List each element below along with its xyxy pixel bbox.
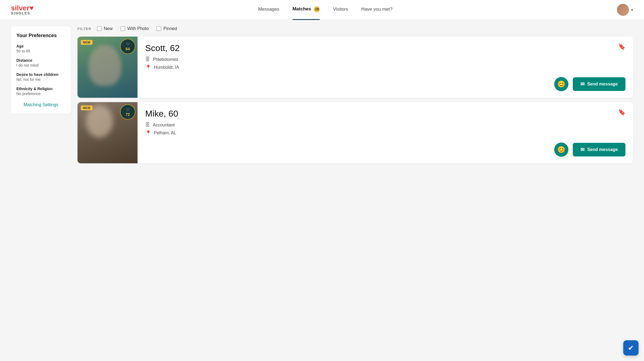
briefcase-icon-2: 🗄 xyxy=(145,122,150,128)
send-message-button-1[interactable]: ✉ Send message xyxy=(573,77,625,91)
main-content: FILTER New With Photo Pinned xyxy=(77,26,633,354)
nav-matches-label: Matches xyxy=(293,6,311,11)
main-nav: Messages Matches 29 Visitors Have you me… xyxy=(258,6,392,13)
pin-icon-2: 📍 xyxy=(145,130,151,136)
match-info-1: Scott, 62 🗄 Phlebotomist 📍 Humboldt, IA … xyxy=(138,37,633,98)
mail-icon-1: ✉ xyxy=(580,81,585,87)
avatar xyxy=(617,4,629,16)
match-name-1: Scott, 62 🗄 Phlebotomist 📍 Humboldt, IA xyxy=(145,43,180,73)
match-location-2: 📍 Pelham, AL xyxy=(145,130,178,136)
pref-children-value: No, not for me xyxy=(16,77,65,82)
filter-new-checkbox[interactable] xyxy=(97,26,102,31)
nav-have-you-met[interactable]: Have you met? xyxy=(361,7,392,13)
match-top-1: Scott, 62 🗄 Phlebotomist 📍 Humboldt, IA … xyxy=(145,43,625,73)
blurred-face-1 xyxy=(88,45,121,86)
avatar-image xyxy=(617,4,629,16)
match-actions-1: 😊 ✉ Send message xyxy=(145,77,625,91)
compat-heart-icon-2: ♡ xyxy=(126,108,130,112)
pref-age-section: Age 50 to 65 xyxy=(16,44,65,53)
new-badge-2: NEW xyxy=(81,105,93,110)
matching-settings-link[interactable]: Matching Settings xyxy=(16,102,65,107)
matches-badge: 29 xyxy=(314,6,320,12)
chat-widget[interactable]: ✔ xyxy=(623,340,639,356)
match-occupation-2: 🗄 Accountant xyxy=(145,122,178,128)
match-location-1: 📍 Humboldt, IA xyxy=(145,64,180,70)
filter-label: FILTER xyxy=(77,27,91,31)
match-photo-wrap-2: NEW ♡ 72 xyxy=(77,102,138,163)
pin-icon-1: 📍 xyxy=(145,64,151,70)
filter-with-photo-checkbox[interactable] xyxy=(120,26,125,31)
new-badge-1: NEW xyxy=(81,40,93,45)
filter-new[interactable]: New xyxy=(97,26,113,31)
filter-pinned-checkbox[interactable] xyxy=(156,26,161,31)
pref-age-label: Age xyxy=(16,44,65,48)
logo[interactable]: silver♥ SINGLES xyxy=(11,4,34,15)
match-name-2: Mike, 60 🗄 Accountant 📍 Pelham, AL xyxy=(145,109,178,138)
compat-heart-icon-1: ♡ xyxy=(126,42,130,46)
logo-heart-icon: ♥ xyxy=(29,4,34,12)
pref-ethnicity-section: Ethnicity & Religion No preference xyxy=(16,87,65,96)
filter-bar: FILTER New With Photo Pinned xyxy=(77,26,633,31)
match-top-2: Mike, 60 🗄 Accountant 📍 Pelham, AL 🔖 xyxy=(145,109,625,138)
match-card-2: NEW ♡ 72 Mike, 60 🗄 Accountant 📍 xyxy=(77,102,633,163)
chevron-down-icon: ▾ xyxy=(631,8,633,12)
nav-messages[interactable]: Messages xyxy=(258,7,279,13)
smile-button-2[interactable]: 😊 xyxy=(554,143,568,157)
sidebar: Your Preferences Age 50 to 65 Distance I… xyxy=(11,26,71,354)
compat-score-2: 72 xyxy=(126,112,130,117)
pref-distance-value: I do not mind xyxy=(16,63,65,67)
pref-children-label: Desire to have children xyxy=(16,72,65,77)
filter-with-photo[interactable]: With Photo xyxy=(120,26,149,31)
match-card-1: NEW ♡ 64 Scott, 62 🗄 Phlebotomist xyxy=(77,37,633,98)
match-actions-2: 😊 ✉ Send message xyxy=(145,143,625,157)
match-info-2: Mike, 60 🗄 Accountant 📍 Pelham, AL 🔖 😊 xyxy=(138,102,633,163)
logo-silver-text: silver♥ xyxy=(11,4,34,11)
pref-distance-label: Distance xyxy=(16,58,65,63)
nav-visitors[interactable]: Visitors xyxy=(333,7,348,13)
pref-age-value: 50 to 65 xyxy=(16,49,65,53)
filter-new-label: New xyxy=(104,26,113,31)
filter-with-photo-label: With Photo xyxy=(127,26,149,31)
briefcase-icon-1: 🗄 xyxy=(145,57,150,62)
pref-children-section: Desire to have children No, not for me xyxy=(16,72,65,82)
nav-matches[interactable]: Matches 29 xyxy=(293,6,320,13)
smile-button-1[interactable]: 😊 xyxy=(554,77,568,91)
mail-icon-2: ✉ xyxy=(580,147,585,153)
compatibility-badge-2: ♡ 72 xyxy=(120,104,135,120)
filter-pinned[interactable]: Pinned xyxy=(156,26,177,31)
chat-widget-icon: ✔ xyxy=(628,344,634,352)
bookmark-icon-1[interactable]: 🔖 xyxy=(618,43,625,50)
filter-options: New With Photo Pinned xyxy=(97,26,177,31)
header: silver♥ SINGLES Messages Matches 29 Visi… xyxy=(0,0,644,20)
preferences-title: Your Preferences xyxy=(16,33,65,39)
filter-pinned-label: Pinned xyxy=(163,26,177,31)
pref-ethnicity-label: Ethnicity & Religion xyxy=(16,87,65,91)
main-layout: Your Preferences Age 50 to 65 Distance I… xyxy=(0,20,644,361)
bookmark-icon-2[interactable]: 🔖 xyxy=(618,109,625,116)
preferences-card: Your Preferences Age 50 to 65 Distance I… xyxy=(11,26,71,114)
pref-ethnicity-value: No preference xyxy=(16,91,65,96)
user-menu[interactable]: ▾ xyxy=(617,4,633,16)
pref-distance-section: Distance I do not mind xyxy=(16,58,65,67)
send-message-button-2[interactable]: ✉ Send message xyxy=(573,143,625,156)
match-occupation-1: 🗄 Phlebotomist xyxy=(145,57,180,62)
logo-singles-text: SINGLES xyxy=(11,11,34,15)
compatibility-badge-1: ♡ 64 xyxy=(120,39,135,54)
compat-score-1: 64 xyxy=(126,47,130,51)
match-photo-wrap-1: NEW ♡ 64 xyxy=(77,37,138,98)
